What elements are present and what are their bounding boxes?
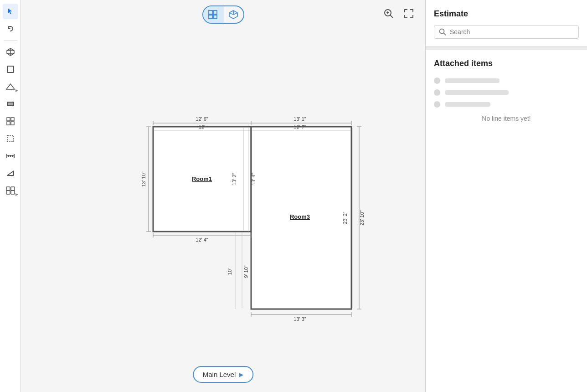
- svg-rect-21: [209, 10, 212, 14]
- components-tool-group[interactable]: ▶: [2, 183, 19, 198]
- roof-tool-group[interactable]: ▶: [2, 79, 19, 94]
- svg-line-58: [444, 33, 446, 36]
- estimate-title: Estimate: [434, 9, 579, 19]
- dim-bottom-step: 10': [227, 268, 232, 275]
- svg-rect-6: [7, 118, 10, 121]
- attached-items-section: Attached items No line items yet!: [426, 50, 587, 392]
- floor-plan-view-button[interactable]: [203, 6, 223, 23]
- left-toolbar: ▶: [0, 0, 21, 392]
- svg-rect-17: [6, 187, 10, 191]
- floor-plan-svg: Room1 Room3 12' 6" 13' 1" 12' 12' 7" 13'…: [21, 0, 425, 392]
- undo-button[interactable]: [3, 21, 18, 36]
- placeholder-items: [434, 77, 579, 108]
- no-items-text: No line items yet!: [434, 115, 579, 122]
- dim-top-right: 13' 1": [294, 116, 306, 122]
- room1-label[interactable]: Room1: [192, 175, 212, 182]
- svg-line-27: [229, 13, 233, 15]
- placeholder-row: [434, 89, 579, 96]
- 3d-view-button[interactable]: [3, 44, 18, 60]
- svg-line-28: [233, 13, 237, 15]
- dim-room1-inner-top: 12': [199, 124, 205, 130]
- svg-rect-5: [7, 102, 14, 106]
- svg-rect-18: [11, 187, 15, 191]
- divider-1: [4, 40, 17, 41]
- dim-bottom-room3: 13' 3": [294, 316, 306, 322]
- svg-rect-20: [11, 191, 15, 194]
- svg-rect-22: [213, 10, 217, 14]
- svg-rect-19: [6, 191, 10, 194]
- zoom-button[interactable]: [381, 6, 396, 21]
- svg-rect-9: [11, 122, 14, 125]
- fullscreen-button[interactable]: [402, 6, 416, 21]
- main-canvas: Room1 Room3 12' 6" 13' 1" 12' 12' 7" 13'…: [21, 0, 425, 392]
- svg-point-57: [440, 29, 444, 34]
- dim-room3-right: 23' 2": [342, 211, 348, 224]
- dim-top-left: 12' 6": [196, 116, 208, 122]
- dim-room3-inner-right: 9' 10": [243, 265, 249, 278]
- placeholder-row: [434, 77, 579, 84]
- estimate-section: Estimate: [426, 0, 587, 50]
- svg-rect-24: [213, 15, 217, 19]
- dim-left-outer: 13' 10": [141, 171, 146, 187]
- room3-label[interactable]: Room3: [290, 213, 310, 220]
- search-icon: [439, 28, 446, 36]
- attached-items-title: Attached items: [434, 59, 579, 68]
- dim-room3-inner-left: 13' 4": [251, 173, 256, 186]
- placeholder-row: [434, 101, 579, 108]
- measure-tool-button[interactable]: [3, 148, 18, 164]
- svg-rect-10: [7, 135, 14, 142]
- level-button-label: Main Level: [203, 371, 236, 378]
- slope-tool-button[interactable]: [3, 165, 18, 181]
- right-panel: Estimate Attached items N: [425, 0, 587, 392]
- level-button-arrow: ▶: [239, 371, 243, 378]
- placeholder-dot: [434, 89, 440, 96]
- svg-rect-23: [209, 15, 212, 19]
- placeholder-dot: [434, 101, 440, 108]
- select-tool-button[interactable]: [3, 4, 18, 19]
- dim-bottom-left: 12' 4": [196, 237, 208, 242]
- placeholder-dot: [434, 77, 440, 84]
- placeholder-bar: [445, 102, 490, 107]
- placeholder-bar: [445, 90, 509, 95]
- search-input[interactable]: [450, 28, 574, 36]
- search-container: [434, 25, 579, 39]
- room-tool-button[interactable]: [3, 62, 18, 77]
- wall-tool-button[interactable]: [3, 96, 18, 112]
- svg-rect-7: [11, 118, 14, 121]
- view-toggle-group: [202, 5, 244, 24]
- selection-area-button[interactable]: [3, 131, 18, 146]
- svg-rect-4: [7, 66, 14, 72]
- dim-right-outer: 23' 10": [359, 210, 365, 226]
- dim-room3-inner-top: 12' 7": [294, 124, 306, 130]
- canvas-top-toolbar: [202, 5, 244, 24]
- placeholder-bar: [445, 78, 499, 83]
- svg-rect-8: [7, 122, 10, 125]
- dim-room1-inner-left: 13' 2": [232, 173, 237, 186]
- canvas-top-right: [381, 6, 416, 21]
- grid-tool-button[interactable]: [3, 113, 18, 129]
- svg-line-30: [390, 15, 393, 18]
- 3d-model-view-button[interactable]: [223, 6, 243, 23]
- level-button[interactable]: Main Level ▶: [193, 366, 254, 383]
